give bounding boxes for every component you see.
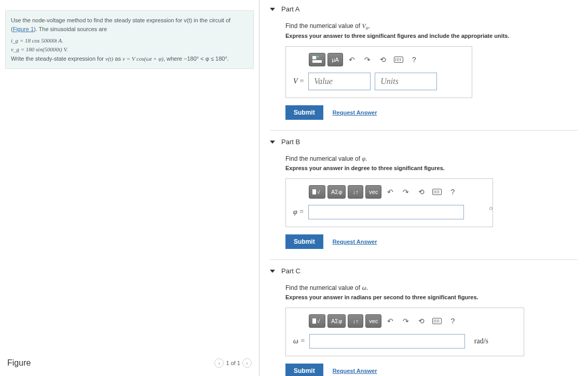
left-pane: Use the node-voltage method to find the … xyxy=(0,0,259,376)
pager-next-button[interactable]: › xyxy=(242,358,252,368)
part-c-var-label: ω = xyxy=(293,337,305,345)
chevron-down-icon xyxy=(270,270,275,273)
svg-rect-5 xyxy=(312,318,316,324)
part-b-request-answer-link[interactable]: Request Answer xyxy=(333,239,377,245)
write-prefix: Write the steady-state expression for xyxy=(11,55,105,62)
format-button[interactable]: √ xyxy=(309,314,325,328)
keyboard-icon xyxy=(432,189,442,195)
part-c-submit-button[interactable]: Submit xyxy=(285,364,323,376)
part-b-submit-button[interactable]: Submit xyxy=(285,234,323,249)
part-a-var-label: V = xyxy=(293,77,304,86)
greek-button[interactable]: ΑΣφ xyxy=(327,314,346,328)
part-a-submit-button[interactable]: Submit xyxy=(285,105,323,120)
svg-rect-2 xyxy=(312,60,322,63)
part-a-prompt: Find the numerical value of Vo. xyxy=(285,22,578,31)
part-c-unit-label: rad/s xyxy=(474,337,488,345)
redo-button[interactable]: ↷ xyxy=(399,315,413,327)
format-button[interactable]: √ xyxy=(309,185,325,199)
part-c-header[interactable]: Part C xyxy=(270,267,578,275)
vector-button[interactable]: vec xyxy=(365,185,381,199)
subscript-button[interactable]: ↓↑ xyxy=(348,185,363,199)
part-b-header[interactable]: Part B xyxy=(270,138,578,146)
help-button[interactable]: ? xyxy=(446,315,459,327)
undo-button[interactable]: ↶ xyxy=(345,53,359,66)
redo-button[interactable]: ↷ xyxy=(399,186,413,198)
figure-pager: ‹ 1 of 1 › xyxy=(214,358,252,368)
part-a-value-input[interactable] xyxy=(308,73,371,90)
chevron-down-icon xyxy=(270,141,275,144)
part-a-request-answer-link[interactable]: Request Answer xyxy=(333,109,377,116)
reset-button[interactable]: ⟲ xyxy=(415,315,428,327)
chevron-down-icon xyxy=(270,8,275,11)
pager-prev-button[interactable]: ‹ xyxy=(214,358,224,368)
problem-statement: Use the node-voltage method to find the … xyxy=(5,10,254,69)
part-c-prompt: Find the numerical value of ω. xyxy=(285,284,578,292)
degree-icon xyxy=(489,207,493,210)
keyboard-button[interactable] xyxy=(392,53,405,66)
equation-vg: v_g = 180 sin(50000t) V. xyxy=(11,45,248,54)
part-b-var-label: φ = xyxy=(293,208,304,216)
part-b: Part B Find the numerical value of φ. Ex… xyxy=(270,130,578,259)
svg-text:√: √ xyxy=(317,189,320,195)
right-pane: Part A Find the numerical value of Vo. E… xyxy=(259,0,588,376)
write-suffix: , where −180° < φ ≤ 180°. xyxy=(163,55,229,62)
part-a-units-input[interactable] xyxy=(375,73,437,90)
greek-button[interactable]: ΑΣφ xyxy=(327,185,346,199)
keyboard-icon xyxy=(432,318,442,324)
part-a-instruct: Express your answer to three significant… xyxy=(285,33,578,39)
keyboard-icon xyxy=(394,57,403,63)
svg-rect-1 xyxy=(317,56,319,58)
svg-rect-0 xyxy=(312,56,316,59)
pager-label: 1 of 1 xyxy=(226,360,240,366)
part-c-request-answer-link[interactable]: Request Answer xyxy=(333,368,377,374)
keyboard-button[interactable] xyxy=(430,315,444,327)
write-eq: v = V cos(ωt + φ) xyxy=(122,55,163,62)
part-a-answer-box: µA ↶ ↷ ⟲ ? V = xyxy=(285,46,472,98)
part-c: Part C Find the numerical value of ω. Ex… xyxy=(270,259,578,376)
part-b-title: Part B xyxy=(281,138,300,146)
part-c-instruct: Express your answer in radians per secon… xyxy=(285,294,578,300)
write-vt: v(t) xyxy=(105,55,113,62)
part-a-header[interactable]: Part A xyxy=(270,5,578,13)
problem-intro-suffix: ). The sinusoidal sources are xyxy=(34,26,107,32)
help-button[interactable]: ? xyxy=(446,186,459,198)
part-c-value-input[interactable] xyxy=(309,334,465,349)
part-b-instruct: Express your answer in degree to three s… xyxy=(285,165,578,171)
undo-button[interactable]: ↶ xyxy=(384,186,397,198)
figure-link[interactable]: Figure 1 xyxy=(13,26,34,32)
subscript-button[interactable]: ↓↑ xyxy=(348,314,363,328)
part-a-title: Part A xyxy=(281,5,299,13)
part-a: Part A Find the numerical value of Vo. E… xyxy=(270,0,578,130)
format-icon: √ xyxy=(312,317,322,325)
reset-button[interactable]: ⟲ xyxy=(376,53,390,66)
redo-button[interactable]: ↷ xyxy=(361,53,374,66)
part-b-value-input[interactable] xyxy=(308,205,464,219)
write-mid: as xyxy=(113,55,122,62)
part-c-title: Part C xyxy=(281,267,300,275)
undo-button[interactable]: ↶ xyxy=(384,315,397,327)
reset-button[interactable]: ⟲ xyxy=(415,186,428,198)
figure-title: Figure xyxy=(7,358,31,368)
equation-ig: i_g = 18 cos 50000t A. xyxy=(11,36,248,45)
part-b-answer-box: √ ΑΣφ ↓↑ vec ↶ ↷ ⟲ ? φ = xyxy=(285,178,493,227)
figure-footer: Figure ‹ 1 of 1 › xyxy=(5,355,254,371)
help-button[interactable]: ? xyxy=(407,53,421,66)
format-icon: √ xyxy=(312,188,322,196)
template-icon xyxy=(312,56,322,63)
part-b-prompt: Find the numerical value of φ. xyxy=(285,155,578,163)
keyboard-button[interactable] xyxy=(430,186,444,198)
svg-text:√: √ xyxy=(317,318,320,324)
part-c-answer-box: √ ΑΣφ ↓↑ vec ↶ ↷ ⟲ ? ω = rad/s xyxy=(285,308,524,356)
units-button[interactable]: µA xyxy=(327,53,343,66)
svg-rect-3 xyxy=(312,189,316,194)
template-button[interactable] xyxy=(309,53,325,66)
vector-button[interactable]: vec xyxy=(365,314,381,328)
